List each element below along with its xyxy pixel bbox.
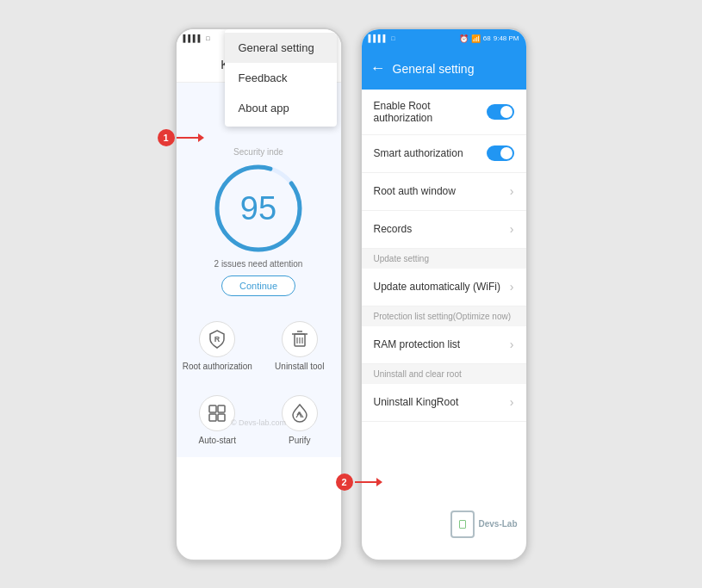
annotation-1: 1 [158,129,175,146]
app-icons-grid: R Root authorization [177,309,341,457]
smart-auth-item[interactable]: Smart authorization [362,135,526,173]
left-phone: ▌▌▌▌ □ ⏰ 📶 68 ▮ 9:47 PM KingRoot 🎮 ⋮ [175,28,343,561]
ram-protection-chevron: › [510,337,514,351]
root-auth-window-item[interactable]: Root auth window › [362,173,526,211]
auto-start-label: Auto-start [199,436,236,445]
dropdown-feedback[interactable]: Feedback [225,63,337,93]
right-alarm-icon: ⏰ [459,34,469,43]
right-battery-label: 68 [483,34,491,42]
devs-lab-logo-area: Devs-Lab [450,511,517,538]
ram-protection-label: RAM protection list [374,338,461,350]
watermark-left: © Devs-lab.com [231,418,286,427]
records-item[interactable]: Records › [362,211,526,249]
root-auth-icon: R [199,321,235,357]
protection-section: Protection list setting(Optimize now) [362,306,526,326]
sim-icon: □ [206,35,209,41]
right-phone-wrapper: 2 ▌▌▌▌ □ ⏰ 📶 68 9:48 PM [360,28,528,561]
settings-content: Enable Root authorization Smart authoriz… [362,90,526,561]
smart-auth-label: Smart authorization [374,147,463,159]
ram-protection-item[interactable]: RAM protection list › [362,326,526,364]
right-phone: ▌▌▌▌ □ ⏰ 📶 68 9:48 PM ← General setting [360,28,528,561]
records-label: Records [374,223,413,235]
uninstall-kingroot-label: Uninstall KingRoot [374,396,459,408]
root-auth-label: Root authorization [183,362,252,371]
right-status-bar: ▌▌▌▌ □ ⏰ 📶 68 9:48 PM [362,29,526,48]
devs-lab-text: Devs-Lab [478,519,517,529]
back-button[interactable]: ← [370,59,386,77]
security-score: 95 [240,189,276,226]
dropdown-menu: General setting Feedback About app [225,29,337,127]
uninstall-tool-item[interactable]: Uninstall tool [258,309,341,383]
signal-area: ▌▌▌▌ □ [183,34,210,42]
settings-title: General setting [393,62,475,76]
uninstall-kingroot-chevron: › [510,395,514,409]
score-circle: 95 [211,161,306,256]
phone-logo-icon [450,511,475,538]
right-wifi-icon: 📶 [471,34,481,43]
right-sim-icon: □ [391,35,394,41]
update-auto-chevron: › [510,280,514,294]
uninstall-kingroot-item[interactable]: Uninstall KingRoot › [362,384,526,422]
continue-button[interactable]: Continue [221,275,295,296]
svg-text:R: R [214,335,221,344]
security-section: Security inde 95 2 issues need attention… [211,147,306,296]
uninstall-tool-label: Uninstall tool [275,362,324,371]
uninstall-section: Uninstall and clear root [362,364,526,384]
annotation-2-container: 2 [336,473,382,491]
root-auth-window-chevron: › [510,184,514,198]
svg-rect-12 [218,414,225,421]
root-auth-window-label: Root auth window [374,185,456,197]
dropdown-about-app[interactable]: About app [225,93,337,123]
enable-root-auth-item[interactable]: Enable Root authorization [362,90,526,135]
right-time-display: 9:48 PM [494,34,519,42]
root-authorization-item[interactable]: R Root authorization [177,309,259,383]
uninstall-tool-icon [282,321,318,357]
right-signal-area: ▌▌▌▌ □ [369,34,395,42]
enable-root-auth-toggle[interactable] [487,104,514,120]
update-auto-label: Update automatically (WiFi) [374,281,500,293]
annotation-2-arrow [355,478,382,486]
purify-icon [282,395,318,431]
annotation-2: 2 [336,473,353,491]
update-auto-item[interactable]: Update automatically (WiFi) › [362,269,526,306]
issues-text: 2 issues need attention [214,259,303,269]
enable-root-auth-label: Enable Root authorization [374,100,487,124]
purify-label: Purify [289,436,311,445]
security-label: Security inde [233,147,283,157]
svg-rect-10 [218,405,225,412]
right-status-icons: ⏰ 📶 68 9:48 PM [459,34,519,43]
settings-header: ← General setting [362,48,526,90]
svg-rect-11 [209,414,216,421]
smart-auth-toggle[interactable] [487,145,514,161]
dropdown-general-setting[interactable]: General setting [225,33,337,63]
update-setting-section: Update setting [362,249,526,269]
records-chevron: › [510,222,514,236]
svg-rect-9 [209,405,216,412]
right-signal-icon: ▌▌▌▌ [369,34,388,42]
signal-icon: ▌▌▌▌ [183,34,203,42]
